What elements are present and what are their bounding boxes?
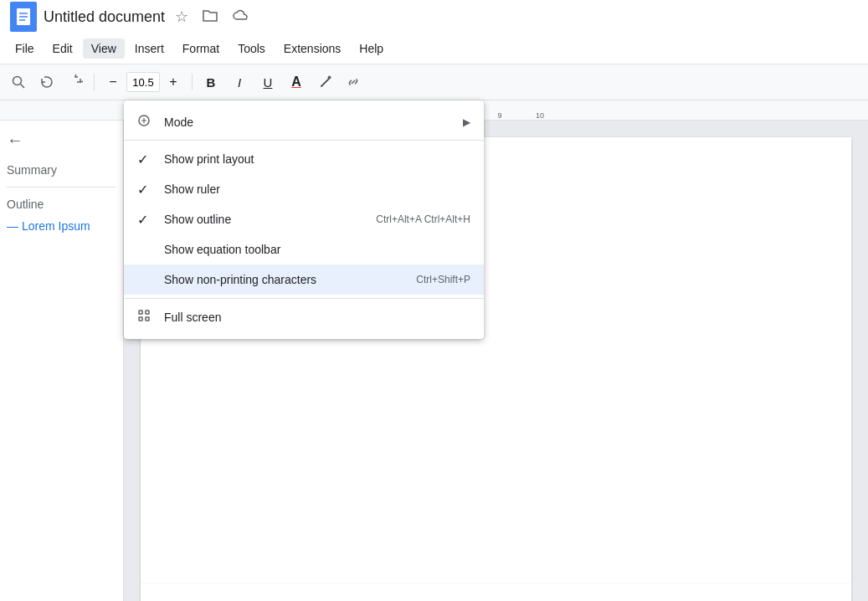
menu-edit[interactable]: Edit [44, 39, 81, 59]
redo-button[interactable] [64, 70, 87, 94]
svg-rect-11 [146, 317, 149, 321]
sidebar-summary-label: Summary [7, 163, 116, 177]
outline-item-label: Lorem Ipsum [22, 219, 90, 233]
menu-help[interactable]: Help [351, 39, 392, 59]
show-equation-toolbar-label: Show equation toolbar [164, 243, 470, 256]
doc-page-2 [141, 584, 851, 601]
toolbar: − + B I U A [0, 64, 868, 100]
title-bar: Untitled document ☆ [0, 0, 868, 33]
full-screen-icon [137, 309, 154, 326]
sidebar: ← Summary Outline — Lorem Ipsum [0, 121, 124, 601]
show-outline-shortcut: Ctrl+Alt+A Ctrl+Alt+H [376, 213, 470, 225]
outline-item-lorem-ipsum[interactable]: — Lorem Ipsum [7, 218, 116, 234]
undo-button[interactable] [35, 70, 59, 94]
menu-divider-2 [124, 298, 484, 299]
doc-icon [10, 2, 37, 32]
outline-dash-icon: — [7, 219, 18, 233]
font-size-control: − + [101, 70, 185, 94]
show-non-printing-shortcut: Ctrl+Shift+P [416, 274, 470, 285]
search-button[interactable] [7, 70, 30, 94]
font-color-button[interactable]: A [285, 70, 308, 94]
font-size-increase-button[interactable]: + [162, 70, 185, 94]
show-outline-check: ✓ [137, 212, 154, 228]
full-screen-item[interactable]: Full screen [124, 302, 484, 332]
ruler-label-9: 9 [480, 111, 520, 120]
sidebar-outline-label: Outline [7, 198, 116, 211]
sidebar-divider [7, 187, 116, 187]
show-outline-label: Show outline [164, 213, 366, 226]
menu-format[interactable]: Format [174, 39, 228, 59]
doc-title: Untitled document [44, 8, 165, 26]
show-ruler-item[interactable]: ✓ Show ruler [124, 174, 484, 204]
svg-rect-10 [139, 317, 142, 321]
ruler-label-10: 10 [520, 111, 560, 120]
show-ruler-label: Show ruler [164, 182, 470, 196]
mode-label: Mode [164, 116, 453, 129]
menu-tools[interactable]: Tools [229, 39, 274, 59]
star-icon[interactable]: ☆ [172, 6, 192, 28]
toolbar-sep-1 [94, 74, 95, 90]
highlight-color-button[interactable] [313, 70, 336, 94]
show-non-printing-item[interactable]: ✓ Show non-printing characters Ctrl+Shif… [124, 265, 484, 295]
show-print-layout-label: Show print layout [164, 152, 470, 166]
italic-button[interactable]: I [228, 70, 251, 94]
folder-icon[interactable] [198, 6, 222, 28]
back-arrow-icon: ← [7, 131, 23, 150]
link-button[interactable] [342, 70, 365, 94]
menu-bar: File Edit View Insert Format Tools Exten… [0, 33, 868, 64]
toolbar-sep-2 [192, 74, 193, 90]
svg-rect-8 [139, 311, 142, 314]
show-print-layout-item[interactable]: ✓ Show print layout [124, 144, 484, 174]
underline-button[interactable]: U [256, 70, 280, 94]
back-button[interactable]: ← [7, 131, 116, 150]
mode-arrow-icon: ▶ [463, 116, 470, 128]
view-dropdown-menu: Mode ▶ ✓ Show print layout ✓ Show ruler … [124, 100, 484, 339]
svg-point-6 [328, 76, 331, 80]
font-size-input[interactable] [126, 72, 160, 92]
menu-file[interactable]: File [7, 39, 43, 59]
menu-mode-item[interactable]: Mode ▶ [124, 107, 484, 136]
svg-line-5 [21, 85, 25, 89]
menu-divider-1 [124, 140, 484, 141]
cloud-icon[interactable] [229, 6, 254, 28]
menu-insert[interactable]: Insert [126, 39, 172, 59]
show-equation-toolbar-item[interactable]: ✓ Show equation toolbar [124, 234, 484, 265]
full-screen-label: Full screen [164, 311, 470, 324]
bold-button[interactable]: B [199, 70, 223, 94]
font-size-decrease-button[interactable]: − [101, 70, 125, 94]
show-ruler-check: ✓ [137, 182, 154, 198]
show-outline-item[interactable]: ✓ Show outline Ctrl+Alt+A Ctrl+Alt+H [124, 204, 484, 234]
svg-point-4 [13, 77, 22, 85]
mode-icon [137, 114, 154, 130]
show-non-printing-label: Show non-printing characters [164, 273, 406, 286]
svg-rect-9 [146, 311, 149, 314]
show-print-layout-check: ✓ [137, 152, 154, 167]
menu-view[interactable]: View [83, 39, 125, 59]
menu-extensions[interactable]: Extensions [275, 39, 349, 59]
